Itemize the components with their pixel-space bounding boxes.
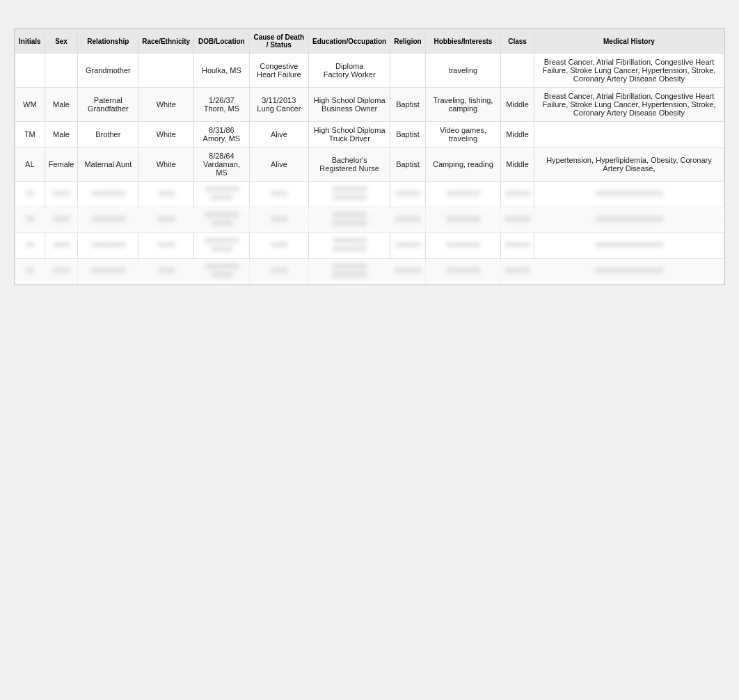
table-cell: ??????: [501, 207, 534, 233]
table-cell: ????????????????: [534, 182, 724, 207]
table-cell: Middle: [501, 148, 534, 182]
col-header-medical: Medical History: [534, 29, 724, 54]
table-header-row: Initials Sex Relationship Race/Ethnicity…: [15, 29, 724, 54]
table-row: ?????????????????????????? ?????????????…: [15, 207, 724, 233]
table-cell: 8/28/64 Vardaman, MS: [194, 148, 249, 182]
table-cell: ??????: [501, 182, 534, 207]
table-cell: ???????? ?????: [194, 207, 249, 233]
table-cell: ???????? ?????: [194, 259, 249, 285]
table-cell: Bachelor's Registered Nurse: [309, 148, 390, 182]
col-header-status: Cause of Death / Status: [249, 29, 309, 54]
table-cell: Grandmother: [78, 54, 138, 88]
table-cell: [534, 122, 724, 148]
table-cell: Alive: [249, 122, 309, 148]
table-cell: ???????? ?????: [194, 182, 249, 207]
table-cell: Camping, reading: [425, 148, 501, 182]
table-cell: ????: [45, 182, 78, 207]
table-cell: Maternal Aunt: [78, 148, 138, 182]
table-cell: ????: [138, 207, 194, 233]
col-header-edu: Education/Occupation: [309, 29, 390, 54]
table-cell: ??????: [501, 259, 534, 285]
table-cell: White: [138, 148, 194, 182]
table-cell: ????????: [78, 207, 138, 233]
table-cell: ????????: [425, 259, 501, 285]
table-cell: Houlka, MS: [194, 54, 249, 88]
table-cell: ??: [15, 182, 45, 207]
table-cell: White: [138, 88, 194, 122]
table-cell: ????: [138, 233, 194, 259]
table-cell: ????: [45, 207, 78, 233]
table-cell: Brother: [78, 122, 138, 148]
table-cell: Diploma Factory Worker: [309, 54, 390, 88]
col-header-religion: Religion: [390, 29, 425, 54]
table-cell: ???????? ????????: [309, 233, 390, 259]
table-cell: ????????: [78, 233, 138, 259]
table-cell: Hypertension, Hyperlipidemia, Obesity, C…: [534, 148, 724, 182]
table-cell: ???????? ????????: [309, 207, 390, 233]
table-cell: [138, 54, 194, 88]
table-cell: [45, 54, 78, 88]
table-cell: White: [138, 122, 194, 148]
table-row: ?????????????????????????? ?????????????…: [15, 233, 724, 259]
table-cell: ????: [45, 259, 78, 285]
table-cell: ????????: [78, 259, 138, 285]
table-row: ?????????????????????????? ?????????????…: [15, 182, 724, 207]
col-header-race: Race/Ethnicity: [138, 29, 194, 54]
table-cell: ??: [15, 259, 45, 285]
table-row: GrandmotherHoulka, MSCongestive Heart Fa…: [15, 54, 724, 88]
table-cell: Middle: [501, 88, 534, 122]
table-cell: ????????: [425, 182, 501, 207]
col-header-class: Class: [501, 29, 534, 54]
table-cell: ??????: [390, 207, 425, 233]
table-cell: High School Diploma Business Owner: [309, 88, 390, 122]
table-cell: 1/26/37 Thorn, MS: [194, 88, 249, 122]
table-cell: [501, 54, 534, 88]
col-header-relationship: Relationship: [78, 29, 138, 54]
table-cell: ???????? ????????: [309, 182, 390, 207]
family-history-table: Initials Sex Relationship Race/Ethnicity…: [15, 29, 724, 285]
table-cell: Baptist: [390, 148, 425, 182]
table-cell: Alive: [249, 148, 309, 182]
table-wrapper: Initials Sex Relationship Race/Ethnicity…: [14, 28, 725, 285]
table-cell: Male: [45, 122, 78, 148]
table-cell: Baptist: [390, 122, 425, 148]
table-cell: ??????: [390, 233, 425, 259]
table-cell: ???????? ?????: [194, 233, 249, 259]
table-cell: 8/31/86 Amory, MS: [194, 122, 249, 148]
table-cell: ????????: [425, 233, 501, 259]
table-cell: [390, 54, 425, 88]
table-cell: Breast Cancer, Atrial Fibrillation, Cong…: [534, 88, 724, 122]
table-cell: ????: [138, 259, 194, 285]
col-header-dob: DOB/Location: [194, 29, 249, 54]
table-cell: AL: [15, 148, 45, 182]
table-cell: ????????: [425, 207, 501, 233]
table-cell: ??????: [390, 259, 425, 285]
table-cell: ????: [249, 207, 309, 233]
table-cell: High School Diploma Truck Driver: [309, 122, 390, 148]
table-cell: Traveling, fishing, camping: [425, 88, 501, 122]
table-cell: Middle: [501, 122, 534, 148]
table-row: TMMaleBrotherWhite8/31/86 Amory, MSAlive…: [15, 122, 724, 148]
table-cell: ????????????????: [534, 207, 724, 233]
table-cell: ???????? ????????: [309, 259, 390, 285]
page-container: Initials Sex Relationship Race/Ethnicity…: [0, 0, 739, 700]
table-row: WMMalePaternal GrandfatherWhite1/26/37 T…: [15, 88, 724, 122]
table-row: ALFemaleMaternal AuntWhite8/28/64 Vardam…: [15, 148, 724, 182]
col-header-hobbies: Hobbies/Interests: [425, 29, 501, 54]
table-cell: ????: [138, 182, 194, 207]
table-cell: ????????????????: [534, 233, 724, 259]
table-cell: ??????: [501, 233, 534, 259]
table-cell: Congestive Heart Failure: [249, 54, 309, 88]
table-cell: ????: [249, 259, 309, 285]
table-cell: 3/11/2013 Lung Cancer: [249, 88, 309, 122]
table-cell: WM: [15, 88, 45, 122]
table-cell: Male: [45, 88, 78, 122]
table-cell: ????????????????: [534, 259, 724, 285]
table-row: ?????????????????????????? ?????????????…: [15, 259, 724, 285]
table-cell: ????????: [78, 182, 138, 207]
table-cell: ????: [45, 233, 78, 259]
table-cell: traveling: [425, 54, 501, 88]
table-cell: Female: [45, 148, 78, 182]
table-cell: ??: [15, 207, 45, 233]
table-cell: Breast Cancer, Atrial Fibrillation, Cong…: [534, 54, 724, 88]
